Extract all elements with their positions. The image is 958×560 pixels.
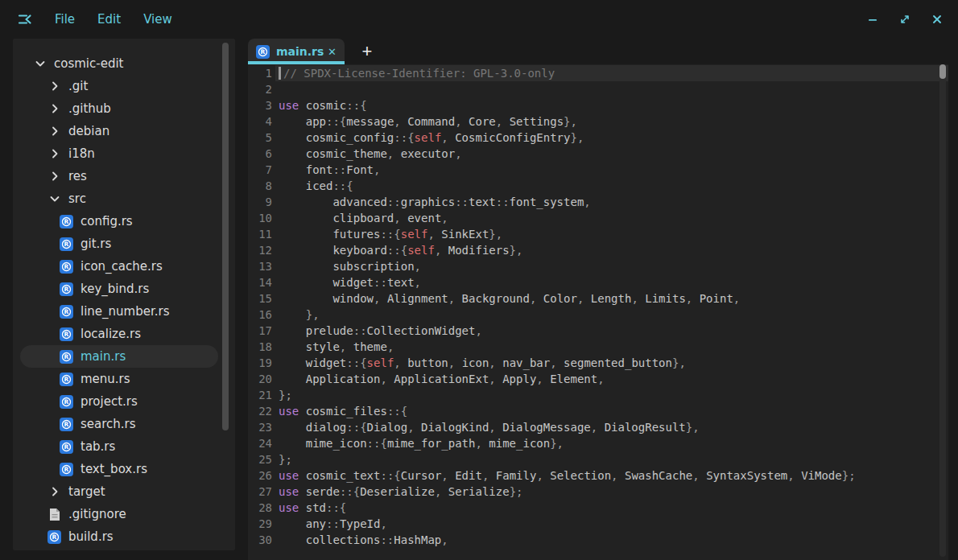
editor-scrollbar-thumb[interactable] (939, 64, 946, 79)
tree-item-line-number-rs[interactable]: Rline_number.rs (20, 300, 218, 323)
code-text[interactable]: use cosmic_files::{ (275, 403, 948, 419)
tree-item-cosmic-edit[interactable]: cosmic-edit (20, 52, 218, 75)
code-text[interactable]: iced::{ (275, 178, 948, 194)
code-text[interactable]: cosmic_theme, executor, (275, 146, 948, 162)
code-line-13[interactable]: 13 subscription, (248, 258, 948, 274)
toggle-sidebar-button[interactable] (14, 9, 35, 30)
chevron-down-icon[interactable] (47, 192, 61, 206)
chevron-right-icon[interactable] (47, 170, 61, 183)
tree-item-search-rs[interactable]: Rsearch.rs (20, 413, 218, 435)
code-text[interactable]: cosmic_config::{self, CosmicConfigEntry}… (275, 130, 948, 146)
code-text[interactable]: widget::text, (275, 274, 948, 290)
code-text[interactable]: futures::{self, SinkExt}, (275, 226, 948, 242)
code-text[interactable]: // SPDX-License-Identifier: GPL-3.0-only (275, 65, 948, 81)
editor-scrollbar[interactable] (939, 64, 946, 557)
tree-item-localize-rs[interactable]: Rlocalize.rs (20, 323, 218, 345)
code-text[interactable]: prelude::CollectionWidget, (275, 323, 948, 339)
tree-item-menu-rs[interactable]: Rmenu.rs (20, 368, 218, 390)
tree-item-i18n[interactable]: i18n (20, 142, 218, 165)
code-line-19[interactable]: 19 widget::{self, button, icon, nav_bar,… (248, 355, 948, 371)
code-text[interactable]: style, theme, (275, 339, 948, 355)
tree-item-target[interactable]: target (20, 480, 218, 503)
menu-view[interactable]: View (143, 12, 172, 27)
code-text[interactable]: app::{message, Command, Core, Settings}, (275, 113, 948, 130)
code-line-25[interactable]: 25}; (248, 451, 948, 467)
code-editor[interactable]: 1// SPDX-License-Identifier: GPL-3.0-onl… (248, 64, 948, 560)
code-text[interactable]: Application, ApplicationExt, Apply, Elem… (275, 371, 948, 387)
close-tab-icon[interactable]: ✕ (328, 46, 337, 58)
tree-item-icon-cache-rs[interactable]: Ricon_cache.rs (20, 255, 218, 278)
chevron-right-icon[interactable] (47, 125, 61, 138)
code-line-28[interactable]: 28use std::{ (248, 500, 948, 516)
maximize-button[interactable] (894, 8, 916, 31)
code-line-5[interactable]: 5 cosmic_config::{self, CosmicConfigEntr… (248, 130, 948, 146)
code-text[interactable]: use cosmic_text::{Cursor, Edit, Family, … (275, 467, 948, 484)
code-line-7[interactable]: 7 font::Font, (248, 162, 948, 178)
chevron-right-icon[interactable] (47, 80, 61, 93)
code-text[interactable]: use std::{ (275, 500, 948, 516)
code-line-29[interactable]: 29 any::TypeId, (248, 516, 948, 532)
code-text[interactable]: any::TypeId, (275, 516, 948, 532)
code-text[interactable]: clipboard, event, (275, 210, 948, 226)
code-line-23[interactable]: 23 dialog::{Dialog, DialogKind, DialogMe… (248, 419, 948, 435)
code-line-26[interactable]: 26use cosmic_text::{Cursor, Edit, Family… (248, 467, 948, 484)
sidebar-scrollbar[interactable] (222, 43, 229, 430)
code-line-4[interactable]: 4 app::{message, Command, Core, Settings… (248, 113, 948, 130)
tree-item-config-rs[interactable]: Rconfig.rs (20, 210, 218, 233)
tree-item-git[interactable]: .git (20, 75, 218, 97)
new-tab-button[interactable]: + (357, 41, 377, 62)
code-line-2[interactable]: 2 (248, 81, 948, 97)
code-text[interactable] (275, 81, 948, 97)
code-line-17[interactable]: 17 prelude::CollectionWidget, (248, 323, 948, 339)
tree-item-key-bind-rs[interactable]: Rkey_bind.rs (20, 278, 218, 300)
menu-edit[interactable]: Edit (97, 12, 121, 27)
code-text[interactable]: font::Font, (275, 162, 948, 178)
chevron-right-icon[interactable] (47, 102, 61, 116)
code-text[interactable]: window, Alignment, Background, Color, Le… (275, 290, 948, 307)
code-line-6[interactable]: 6 cosmic_theme, executor, (248, 146, 948, 162)
code-text[interactable]: mime_icon::{mime_for_path, mime_icon}, (275, 435, 948, 451)
code-line-11[interactable]: 11 futures::{self, SinkExt}, (248, 226, 948, 242)
tree-item-tab-rs[interactable]: Rtab.rs (20, 435, 218, 458)
close-button[interactable] (926, 8, 948, 31)
code-text[interactable]: subscription, (275, 258, 948, 274)
code-line-24[interactable]: 24 mime_icon::{mime_for_path, mime_icon}… (248, 435, 948, 451)
chevron-right-icon[interactable] (47, 147, 61, 161)
code-line-1[interactable]: 1// SPDX-License-Identifier: GPL-3.0-onl… (248, 65, 948, 81)
code-line-14[interactable]: 14 widget::text, (248, 274, 948, 290)
code-line-22[interactable]: 22use cosmic_files::{ (248, 403, 948, 419)
code-line-21[interactable]: 21}; (248, 387, 948, 403)
code-text[interactable]: advanced::graphics::text::font_system, (275, 194, 948, 210)
tree-item-git-rs[interactable]: Rgit.rs (20, 233, 218, 255)
code-text[interactable]: }; (275, 387, 948, 403)
code-text[interactable]: }, (275, 307, 948, 323)
tree-item-res[interactable]: res (20, 165, 218, 187)
tree-item-build-rs[interactable]: Rbuild.rs (20, 525, 218, 548)
code-text[interactable]: }; (275, 451, 948, 467)
tree-item-github[interactable]: .github (20, 97, 218, 120)
code-line-16[interactable]: 16 }, (248, 307, 948, 323)
chevron-down-icon[interactable] (33, 57, 47, 71)
tree-item-main-rs[interactable]: Rmain.rs (20, 345, 218, 368)
tree-item-debian[interactable]: debian (20, 120, 218, 142)
tree-item-project-rs[interactable]: Rproject.rs (20, 390, 218, 413)
code-line-12[interactable]: 12 keyboard::{self, Modifiers}, (248, 242, 948, 258)
tab-main-rs[interactable]: R main.rs ✕ (248, 39, 345, 64)
code-line-10[interactable]: 10 clipboard, event, (248, 210, 948, 226)
code-line-20[interactable]: 20 Application, ApplicationExt, Apply, E… (248, 371, 948, 387)
chevron-right-icon[interactable] (47, 485, 61, 499)
code-text[interactable]: use cosmic::{ (275, 97, 948, 113)
menu-file[interactable]: File (55, 12, 75, 27)
tree-item-src[interactable]: src (20, 187, 218, 210)
code-line-27[interactable]: 27use serde::{Deserialize, Serialize}; (248, 484, 948, 500)
titlebar[interactable]: File Edit View (0, 0, 958, 39)
code-text[interactable]: widget::{self, button, icon, nav_bar, se… (275, 355, 948, 371)
code-line-30[interactable]: 30 collections::HashMap, (248, 532, 948, 548)
code-line-18[interactable]: 18 style, theme, (248, 339, 948, 355)
minimize-button[interactable] (861, 8, 884, 31)
tree-item-text-box-rs[interactable]: Rtext_box.rs (20, 458, 218, 480)
code-line-8[interactable]: 8 iced::{ (248, 178, 948, 194)
code-text[interactable]: collections::HashMap, (275, 532, 948, 548)
code-line-9[interactable]: 9 advanced::graphics::text::font_system, (248, 194, 948, 210)
code-text[interactable]: dialog::{Dialog, DialogKind, DialogMessa… (275, 419, 948, 435)
